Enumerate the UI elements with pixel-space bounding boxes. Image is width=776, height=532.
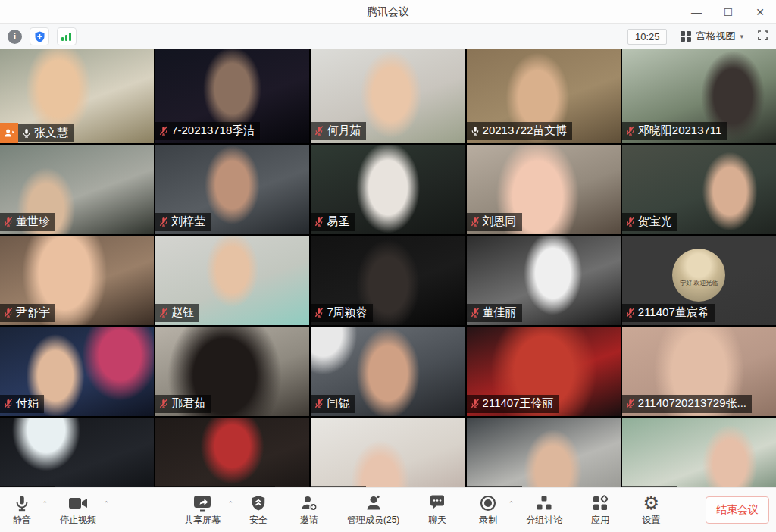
title-bar: 腾讯会议 — ☐ ✕ — [0, 0, 776, 24]
end-meeting-button[interactable]: 结束会议 — [706, 496, 769, 524]
participant-name-label: 7-20213718季洁 — [155, 122, 260, 140]
participant-name: 董佳丽 — [483, 305, 517, 320]
chat-icon — [428, 493, 446, 513]
window-title: 腾讯会议 — [367, 5, 409, 19]
participant-tile[interactable]: 7-20213718季洁 — [155, 49, 309, 143]
toolbar-invite-button[interactable]: 邀请 — [296, 493, 322, 527]
share-icon — [192, 493, 212, 513]
participant-name: 刘梓莹 — [171, 214, 205, 229]
participant-tile[interactable]: 20213722苗文博 — [467, 49, 621, 143]
maximize-button[interactable]: ☐ — [712, 0, 744, 24]
close-button[interactable]: ✕ — [744, 0, 776, 24]
participant-tile[interactable]: 董世珍 — [0, 145, 154, 234]
participant-tile[interactable]: 闫锟 — [311, 327, 465, 416]
toolbar-record-button[interactable]: 录制⌃ — [475, 493, 501, 527]
chevron-up-icon[interactable]: ⌃ — [227, 500, 233, 508]
mic-icon — [14, 493, 30, 513]
toolbar-gear-button[interactable]: ⚙设置 — [638, 493, 664, 527]
toolbar-button-label: 邀请 — [300, 514, 318, 527]
participant-name-label: 211407王伶丽 — [467, 395, 559, 413]
muted-mic-icon — [3, 216, 14, 227]
chevron-down-icon: ▾ — [740, 33, 743, 40]
participant-name-label: 20213722苗文博 — [467, 122, 573, 140]
participant-tile[interactable]: 张丽汩 — [467, 418, 621, 487]
participant-tile[interactable]: 7周颖蓉 — [311, 236, 465, 325]
muted-mic-icon — [314, 216, 324, 227]
participant-name: 20213722苗文博 — [483, 124, 568, 138]
muted-mic-icon — [158, 307, 169, 318]
participant-name: 张文慧 — [34, 126, 68, 140]
toolbar-apps-button[interactable]: 应用 — [587, 493, 613, 527]
muted-mic-icon — [625, 307, 636, 318]
toolbar-button-label: 共享屏幕 — [184, 514, 221, 527]
info-icon[interactable]: i — [8, 30, 22, 44]
toolbar-button-label: 应用 — [591, 514, 609, 527]
participant-tile[interactable]: 付娟 — [0, 327, 154, 416]
toolbar-members-button[interactable]: 管理成员(25) — [347, 493, 399, 527]
participant-tile[interactable]: 刘梓莹 — [155, 145, 309, 234]
participant-name: 邢君茹 — [171, 396, 205, 411]
fullscreen-icon[interactable] — [757, 30, 768, 44]
toolbar-button-label: 分组讨论 — [526, 514, 562, 527]
participant-tile[interactable]: 赵钰 — [155, 236, 309, 325]
participant-tile[interactable]: 易圣 — [311, 145, 465, 234]
participant-tile[interactable]: 21140720213729张... — [622, 327, 776, 416]
participant-tile[interactable]: 邢君茹 — [155, 327, 309, 416]
participant-tile[interactable]: 邓晓阳20213711 — [622, 49, 776, 143]
participant-tile[interactable]: 董佳丽 — [467, 236, 621, 325]
record-icon — [479, 493, 497, 513]
participant-tile[interactable]: 宁好 欢迎光临211407董宸希 — [622, 236, 776, 325]
participant-name-label: 董世珍 — [0, 213, 55, 231]
chevron-up-icon[interactable]: ⌃ — [103, 500, 109, 508]
participant-tile[interactable]: 7B20213732汪依雯 — [155, 418, 309, 487]
participant-tile[interactable]: 211407王伶丽 — [467, 327, 621, 416]
participant-tile[interactable]: 何月茹 — [311, 49, 465, 143]
toolbar-chat-button[interactable]: 聊天 — [424, 493, 450, 527]
window-controls: — ☐ ✕ — [681, 0, 776, 24]
participant-tile[interactable]: 朱丽娜 — [0, 418, 154, 487]
minimize-button[interactable]: — — [681, 0, 712, 24]
participant-name-label: 张文慧 — [18, 124, 74, 142]
toolbar-button-label: 安全 — [249, 514, 268, 527]
muted-mic-icon — [470, 216, 480, 227]
participant-tile[interactable]: 刘宝丽 — [622, 418, 776, 487]
participant-name-label: 何月茹 — [311, 122, 366, 140]
toolbar-mic-button[interactable]: 静音⌃ — [9, 493, 35, 527]
participant-name-label: 邓晓阳20213711 — [622, 122, 728, 140]
toolbar-button-label: 聊天 — [428, 514, 446, 527]
muted-mic-icon — [314, 125, 324, 136]
muted-mic-icon — [314, 398, 324, 409]
bottom-toolbar: 静音⌃停止视频⌃共享屏幕⌃安全邀请管理成员(25)聊天录制⌃分组讨论应用⚙设置 … — [0, 487, 776, 532]
participant-name: 7-20213718季洁 — [171, 124, 255, 138]
participant-name: 易圣 — [327, 214, 349, 229]
shield-plus-icon[interactable] — [30, 27, 49, 45]
avatar-caption: 宁好 欢迎光临 — [680, 279, 718, 287]
participant-name-label: 贺宝光 — [622, 213, 677, 231]
toolbar-shield-button[interactable]: 安全 — [246, 493, 271, 527]
toolbar-share-button[interactable]: 共享屏幕⌃ — [184, 493, 221, 527]
chevron-up-icon[interactable]: ⌃ — [508, 500, 515, 508]
participant-name: 211407王伶丽 — [483, 396, 554, 411]
muted-mic-icon — [3, 307, 14, 318]
participant-name: 邓晓阳20213711 — [638, 124, 722, 138]
toolbar-button-label: 静音 — [13, 514, 31, 527]
participant-tile[interactable]: 雷姊矫 — [311, 418, 465, 487]
participant-name-label: 21140720213729张... — [622, 395, 752, 413]
participant-name: 闫锟 — [327, 396, 349, 411]
muted-mic-icon — [314, 307, 324, 318]
participant-tile[interactable]: 张文慧 — [0, 49, 154, 143]
muted-mic-icon — [625, 398, 636, 409]
chevron-up-icon[interactable]: ⌃ — [42, 500, 48, 508]
participant-tile[interactable]: 贺宝光 — [622, 145, 776, 234]
toolbar-camera-button[interactable]: 停止视频⌃ — [60, 493, 96, 527]
participant-name-label: 闫锟 — [311, 395, 355, 413]
layout-view-switch[interactable]: 宫格视图 ▾ — [681, 30, 743, 43]
participant-name: 7周颖蓉 — [327, 305, 367, 320]
muted-mic-icon — [158, 125, 169, 136]
toolbar-breakout-button[interactable]: 分组讨论 — [526, 493, 562, 527]
network-signal-icon[interactable] — [57, 27, 77, 45]
participant-tile[interactable]: 刘恩同 — [467, 145, 621, 234]
muted-mic-icon — [625, 216, 636, 227]
participant-tile[interactable]: 尹舒宇 — [0, 236, 154, 325]
participant-name-label: 赵钰 — [155, 304, 199, 322]
